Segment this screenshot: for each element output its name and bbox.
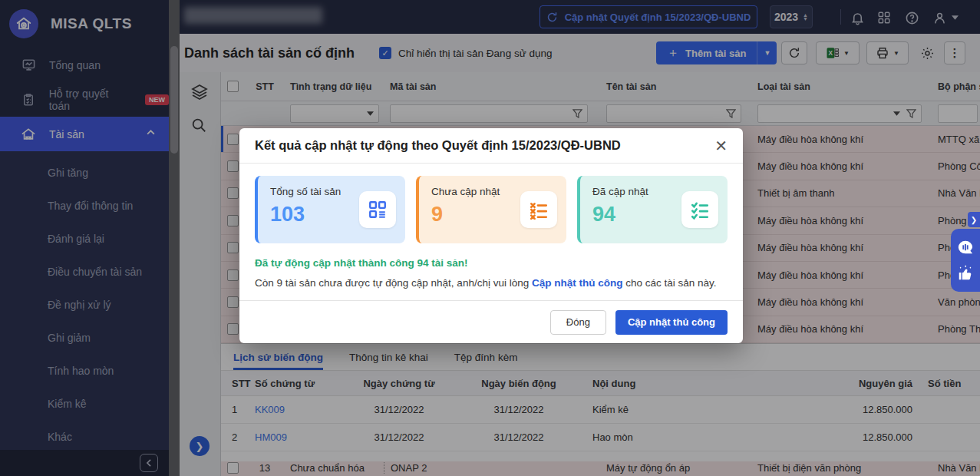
feedback-widget — [951, 229, 980, 292]
note-message: Còn 9 tài sản chưa được tự động cập nhật… — [239, 269, 743, 289]
success-message: Đã tự động cập nhật thành công 94 tài sả… — [239, 243, 743, 269]
modal-footer: Đóng Cập nhật thủ công — [239, 300, 743, 343]
close-button[interactable]: Đóng — [550, 310, 606, 335]
manual-update-button[interactable]: Cập nhật thủ công — [615, 310, 728, 335]
check-list-icon — [681, 191, 718, 228]
modal-title: Kết quả cập nhật tự động theo Quyết định… — [255, 138, 621, 153]
widget-expand-tab[interactable]: ❯ — [968, 212, 980, 227]
card-updated: Đã cập nhật 94 — [577, 176, 728, 243]
assets-grid-icon — [359, 191, 396, 228]
card-not-updated: Chưa cập nhật 9 — [416, 176, 566, 243]
update-result-modal: Kết quả cập nhật tự động theo Quyết định… — [239, 128, 743, 343]
manual-update-link[interactable]: Cập nhật thủ công — [532, 277, 623, 289]
card-total-assets: Tổng số tài sản 103 — [255, 176, 405, 243]
x-list-icon — [520, 191, 557, 228]
rating-thumbs-up-icon[interactable] — [957, 265, 974, 282]
modal-header: Kết quả cập nhật tự động theo Quyết định… — [239, 128, 743, 164]
app-window: MISA QLTS Tổng quan Hỗ trợ quyết toán NE… — [0, 0, 980, 476]
chat-icon[interactable] — [957, 240, 974, 256]
summary-cards: Tổng số tài sản 103 Chưa cập nhật 9 — [239, 164, 743, 243]
close-icon[interactable]: ✕ — [714, 138, 728, 154]
